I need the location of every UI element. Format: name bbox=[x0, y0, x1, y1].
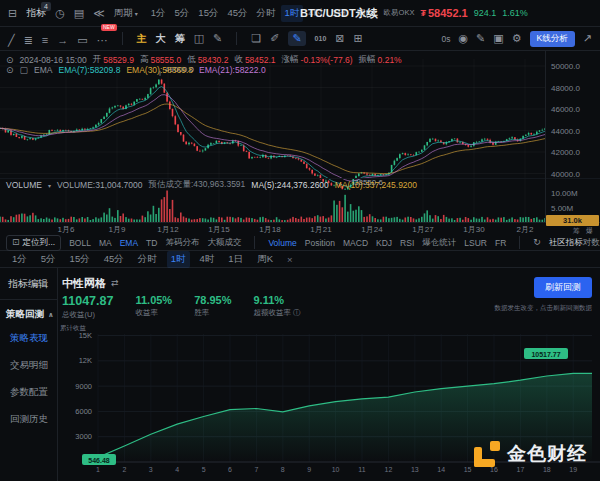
indicator-tab-RSI[interactable]: RSI bbox=[400, 238, 414, 248]
timeframe-周K[interactable]: 周K bbox=[253, 251, 277, 268]
stat-收益率: 11.05%收益率 bbox=[135, 294, 172, 320]
watermark-text: 金色财经 bbox=[507, 441, 587, 467]
eye-icon[interactable]: ⊙ bbox=[6, 66, 14, 75]
trendline-icon[interactable]: ╱ bbox=[8, 34, 15, 46]
indicator-tab-MACD[interactable]: MACD bbox=[343, 238, 368, 248]
timeframe-分时[interactable]: 分时 bbox=[134, 251, 161, 268]
volume-name[interactable]: VOLUME bbox=[6, 180, 42, 190]
indicator-tab-TD[interactable]: TD bbox=[146, 238, 157, 248]
draw-icon[interactable]: ✎ bbox=[476, 33, 485, 44]
svg-text:10517.77: 10517.77 bbox=[531, 351, 560, 358]
indicator-tab-大额成交[interactable]: 大额成交 bbox=[207, 237, 241, 249]
alert-icon[interactable]: ◷ bbox=[55, 8, 65, 19]
sidebar-group-strategy-backtest[interactable]: 策略回测 ∧ bbox=[0, 300, 57, 325]
locate-button[interactable]: ⊡ 定位到... bbox=[6, 235, 61, 251]
backtest-stats: 11047.87总收益(U)11.05%收益率78.95%胜率9.11%超额收益… bbox=[62, 294, 301, 320]
indicator-tab-Position[interactable]: Position bbox=[305, 238, 335, 248]
tool-tab-大[interactable]: 大 bbox=[156, 32, 166, 46]
timeframe-4时[interactable]: 4时 bbox=[196, 251, 219, 268]
candlestick-chart[interactable]: 50000.048000.046000.044000.042000.040000… bbox=[0, 51, 600, 235]
timeframe-15分[interactable]: 15分 bbox=[66, 251, 94, 268]
rectangle-tool-icon[interactable]: ▭ bbox=[77, 34, 87, 46]
chevron-down-icon: ▾ bbox=[48, 182, 51, 189]
svg-text:16: 16 bbox=[490, 466, 498, 473]
more-tools-icon[interactable]: ⋯ bbox=[97, 34, 108, 46]
community-indicators-tab[interactable]: 社区指标 bbox=[549, 237, 583, 249]
screenshot-frame-icon[interactable]: ❏ bbox=[251, 33, 261, 44]
share-icon[interactable]: ↗ bbox=[583, 33, 592, 44]
timeframe-1分[interactable]: 1分 bbox=[147, 5, 170, 22]
svg-text:3: 3 bbox=[149, 466, 153, 473]
layout-grid-icon[interactable]: ▤ bbox=[74, 8, 84, 19]
indicator-tab-BOLL[interactable]: BOLL bbox=[69, 238, 91, 248]
tool-tab-筹[interactable]: 筹 bbox=[175, 32, 185, 46]
svg-text:2: 2 bbox=[122, 466, 126, 473]
indicator-tab-爆仓统计[interactable]: 爆仓统计 bbox=[422, 237, 456, 249]
axis-chip-筹[interactable]: 筹 bbox=[573, 226, 580, 236]
svg-text:1月18: 1月18 bbox=[259, 225, 281, 234]
timeframe-1日[interactable]: 1日 bbox=[224, 251, 247, 268]
timeframe-5分[interactable]: 5分 bbox=[37, 251, 60, 268]
timeframe-分时[interactable]: 分时 bbox=[253, 5, 280, 22]
compare-icon[interactable]: ◫ bbox=[194, 33, 204, 44]
timeframe-5分[interactable]: 5分 bbox=[171, 5, 194, 22]
close-icon[interactable]: × bbox=[283, 252, 297, 267]
lock-tool-icon[interactable]: ⊠ bbox=[335, 33, 344, 44]
exchange-name: 欧易OKX bbox=[384, 8, 415, 18]
eye-icon[interactable]: ⊙ bbox=[6, 56, 14, 65]
timeframe-15分[interactable]: 15分 bbox=[194, 5, 222, 22]
svg-text:1月15: 1月15 bbox=[208, 225, 230, 234]
ohlc-field: 涨幅-0.13%(-77.6) bbox=[282, 54, 353, 66]
svg-text:5: 5 bbox=[202, 466, 206, 473]
symbol-block[interactable]: BTC/USDT永续 欧易OKX ₮ 58452.1 924.1 1.61% bbox=[300, 0, 528, 26]
volume-value: MA(5):244,376.2600 bbox=[251, 180, 329, 190]
period-dropdown[interactable]: 周期 ▾ bbox=[114, 7, 138, 20]
scale-toggle-对数[interactable]: 对数 bbox=[583, 237, 600, 249]
strategy-title: 中性网格 ⇄ bbox=[62, 276, 119, 291]
checkbox-icon[interactable]: ▢ bbox=[20, 66, 29, 75]
svg-text:1月12: 1月12 bbox=[157, 225, 179, 234]
collapse-panel-icon[interactable]: ⊟ bbox=[8, 8, 17, 19]
ema-value: EMA(7):58209.8 bbox=[58, 65, 120, 75]
indicator-tab-KDJ[interactable]: KDJ bbox=[376, 238, 392, 248]
indicator-tab-Volume[interactable]: Volume bbox=[268, 238, 296, 248]
timeframe-45分[interactable]: 45分 bbox=[100, 251, 128, 268]
tool-tab-主[interactable]: 主 bbox=[137, 32, 147, 46]
camera-icon[interactable]: ◉ bbox=[459, 33, 469, 44]
timeframe-45分[interactable]: 45分 bbox=[223, 5, 251, 22]
indicator-tab-EMA[interactable]: EMA bbox=[120, 238, 138, 248]
indicator-tab-FR[interactable]: FR bbox=[495, 238, 506, 248]
svg-text:11: 11 bbox=[358, 466, 365, 473]
sidebar-item-交易明细[interactable]: 交易明细 bbox=[0, 352, 57, 379]
horizontal-line-icon[interactable]: ≣ bbox=[24, 34, 33, 46]
svg-text:17: 17 bbox=[517, 466, 525, 473]
grid-tool-icon[interactable]: ⊞ bbox=[354, 33, 363, 44]
replay-icon[interactable]: ≪ bbox=[93, 8, 105, 19]
svg-text:3000: 3000 bbox=[75, 432, 92, 441]
sidebar-item-策略表现[interactable]: 策略表现 bbox=[0, 325, 57, 352]
kline-analysis-button[interactable]: K线分析 bbox=[530, 31, 575, 47]
sidebar-item-参数配置[interactable]: 参数配置 bbox=[0, 379, 57, 406]
svg-text:40000.0: 40000.0 bbox=[551, 170, 580, 179]
refresh-backtest-button[interactable]: 刷新回测 bbox=[534, 277, 592, 298]
brush-icon[interactable]: ✎ bbox=[213, 33, 222, 44]
arrow-tool-icon[interactable]: → bbox=[57, 34, 68, 46]
highlight-pen-icon[interactable]: ✎ bbox=[288, 31, 305, 46]
indicator-tab-LSUR[interactable]: LSUR bbox=[464, 238, 487, 248]
edit-icon[interactable]: ✐ bbox=[270, 33, 279, 44]
indicator-tab-筹码分布[interactable]: 筹码分布 bbox=[165, 237, 199, 249]
ema-legend: ⊙ ▢ EMA EMA(7):58209.8EMA(30):58369.8EMA… bbox=[6, 65, 266, 75]
settings-gear-icon[interactable]: ⚙ bbox=[512, 33, 522, 44]
binary-data-icon[interactable]: 010 bbox=[315, 35, 327, 42]
timeframe-1分[interactable]: 1分 bbox=[8, 251, 31, 268]
parallel-channel-icon[interactable]: ≡ bbox=[42, 34, 48, 46]
swap-icon[interactable]: ⇄ bbox=[111, 279, 119, 288]
svg-text:12K: 12K bbox=[79, 356, 92, 365]
axis-chip-爆[interactable]: 爆 bbox=[586, 226, 593, 236]
sidebar-item-回测历史[interactable]: 回测历史 bbox=[0, 406, 57, 433]
community-refresh-icon[interactable]: ↻ bbox=[533, 238, 541, 247]
svg-text:1: 1 bbox=[96, 466, 100, 473]
indicator-tab-MA[interactable]: MA bbox=[99, 238, 112, 248]
timeframe-1时[interactable]: 1时 bbox=[167, 251, 190, 268]
fullscreen-icon[interactable]: ▣ bbox=[493, 33, 503, 44]
